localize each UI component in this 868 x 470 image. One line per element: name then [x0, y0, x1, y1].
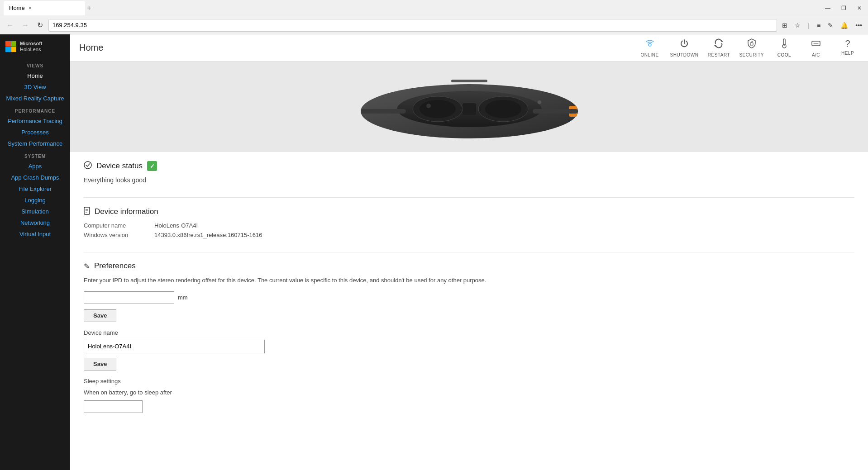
device-info-icon: [84, 207, 90, 217]
shutdown-icon: [679, 38, 689, 51]
svg-marker-2: [714, 45, 716, 47]
svg-point-19: [538, 100, 541, 104]
sidebar-item-processes[interactable]: Processes: [0, 127, 70, 138]
preferences-icon: ✎: [84, 262, 90, 271]
ac-action[interactable]: A/C: [805, 38, 827, 57]
svg-point-5: [782, 44, 786, 48]
svg-point-20: [84, 161, 91, 169]
sidebar-item-apps[interactable]: Apps: [0, 161, 70, 172]
help-label: HELP: [841, 51, 854, 56]
logo-text: Microsoft HoloLens: [20, 41, 43, 52]
window-controls: — ❐ ✕: [822, 4, 864, 12]
edit-icon[interactable]: ✎: [825, 20, 835, 31]
svg-rect-18: [533, 109, 578, 114]
svg-point-12: [485, 100, 521, 118]
device-name-save-button[interactable]: Save: [84, 358, 116, 370]
restart-icon: [714, 38, 724, 51]
svg-point-10: [420, 100, 456, 118]
cool-action[interactable]: COOL: [773, 38, 796, 57]
maximize-button[interactable]: ❐: [839, 4, 849, 12]
new-tab-button[interactable]: +: [87, 4, 91, 12]
close-button[interactable]: ✕: [854, 4, 864, 12]
address-bar[interactable]: [48, 19, 777, 32]
sidebar-item-home[interactable]: Home: [0, 70, 70, 81]
divider-1: [84, 197, 854, 198]
device-info-grid: Computer name HoloLens-O7A4I Windows ver…: [84, 222, 854, 238]
nav-bar: ← → ↻ ⊞ ☆ | ≡ ✎ 🔔 •••: [0, 16, 868, 34]
sidebar-item-simulation[interactable]: Simulation: [0, 206, 70, 217]
sidebar-item-sys-perf[interactable]: System Performance: [0, 138, 70, 149]
status-check-icon: ✓: [147, 161, 157, 171]
security-action[interactable]: SECURITY: [739, 38, 764, 57]
svg-rect-13: [463, 103, 476, 115]
security-icon: [747, 38, 756, 51]
svg-marker-1: [721, 40, 723, 42]
online-label: ONLINE: [640, 52, 658, 57]
online-action[interactable]: ONLINE: [639, 38, 661, 57]
ipd-save-button[interactable]: Save: [84, 309, 116, 322]
nav-icons: ⊞ ☆ | ≡ ✎ 🔔 •••: [780, 20, 864, 31]
sidebar: Microsoft HoloLens VIEWS Home 3D View Mi…: [0, 34, 70, 470]
windows-version-label: Windows version: [84, 232, 147, 238]
sidebar-logo: Microsoft HoloLens: [0, 34, 70, 59]
ipd-unit: mm: [178, 294, 188, 301]
status-text: Everything looks good: [84, 176, 854, 184]
device-info-title: Device information: [95, 207, 158, 216]
device-name-input[interactable]: [84, 340, 265, 353]
minimize-button[interactable]: —: [822, 4, 833, 12]
sidebar-item-file-explorer[interactable]: File Explorer: [0, 183, 70, 195]
sidebar-item-networking[interactable]: Networking: [0, 217, 70, 228]
tab-close-button[interactable]: ×: [29, 5, 32, 11]
browser-tab[interactable]: Home ×: [4, 1, 85, 15]
preferences-header: ✎ Preferences: [84, 261, 854, 271]
content-area: Device status ✓ Everything looks good: [70, 62, 868, 470]
shutdown-action[interactable]: SHUTDOWN: [670, 38, 699, 57]
sidebar-item-logging[interactable]: Logging: [0, 195, 70, 206]
sidebar-item-mixed-reality[interactable]: Mixed Reality Capture: [0, 93, 70, 104]
ms-logo-icon: [5, 41, 16, 52]
sidebar-item-perf-tracing[interactable]: Performance Tracing: [0, 115, 70, 127]
online-icon: [645, 38, 655, 51]
back-button[interactable]: ←: [4, 19, 16, 31]
refresh-button[interactable]: ↻: [34, 19, 46, 31]
hero-image: [70, 62, 868, 152]
hub-icon[interactable]: ≡: [815, 20, 823, 31]
sidebar-item-virtual-input[interactable]: Virtual Input: [0, 228, 70, 240]
ipd-input[interactable]: [84, 291, 174, 304]
hololens-illustration: [334, 66, 605, 147]
more-icon[interactable]: •••: [853, 20, 864, 31]
ac-label: A/C: [812, 52, 820, 57]
page-title: Home: [79, 43, 639, 53]
ipd-row: mm: [84, 291, 854, 304]
ac-icon: [811, 38, 821, 51]
windows-version-value: 14393.0.x86fre.rs1_release.160715-1616: [154, 232, 262, 238]
favorites-icon[interactable]: ☆: [792, 20, 803, 31]
sidebar-item-crash-dumps[interactable]: App Crash Dumps: [0, 172, 70, 183]
reader-mode-icon[interactable]: ⊞: [780, 20, 790, 31]
sidebar-item-3dview[interactable]: 3D View: [0, 81, 70, 93]
top-toolbar: Home ONLINE: [70, 34, 868, 62]
preferences-title: Preferences: [94, 261, 136, 271]
svg-rect-16: [451, 80, 487, 82]
views-section-label: VIEWS: [0, 59, 70, 70]
forward-button[interactable]: →: [19, 19, 32, 31]
content-body: Device status ✓ Everything looks good: [70, 152, 868, 436]
tab-title: Home: [9, 5, 25, 11]
separator: |: [806, 20, 812, 31]
svg-rect-3: [750, 43, 753, 45]
performance-section-label: PERFORMANCE: [0, 104, 70, 115]
device-status-header: Device status ✓: [84, 161, 854, 171]
device-name-label: Device name: [84, 329, 854, 336]
computer-name-row: Computer name HoloLens-O7A4I: [84, 222, 854, 229]
sleep-input[interactable]: [84, 400, 143, 413]
restart-action[interactable]: RESTART: [707, 38, 730, 57]
sleep-settings-label: Sleep settings: [84, 378, 854, 385]
svg-rect-17: [361, 109, 406, 114]
app-container: Microsoft HoloLens VIEWS Home 3D View Mi…: [0, 34, 868, 470]
help-action[interactable]: ? HELP: [836, 38, 859, 57]
device-status-icon: [84, 161, 92, 171]
cool-icon: [780, 38, 788, 51]
notifications-icon[interactable]: 🔔: [838, 20, 850, 31]
preferences-section: ✎ Preferences Enter your IPD to adjust t…: [84, 261, 854, 413]
restart-label: RESTART: [708, 52, 730, 57]
